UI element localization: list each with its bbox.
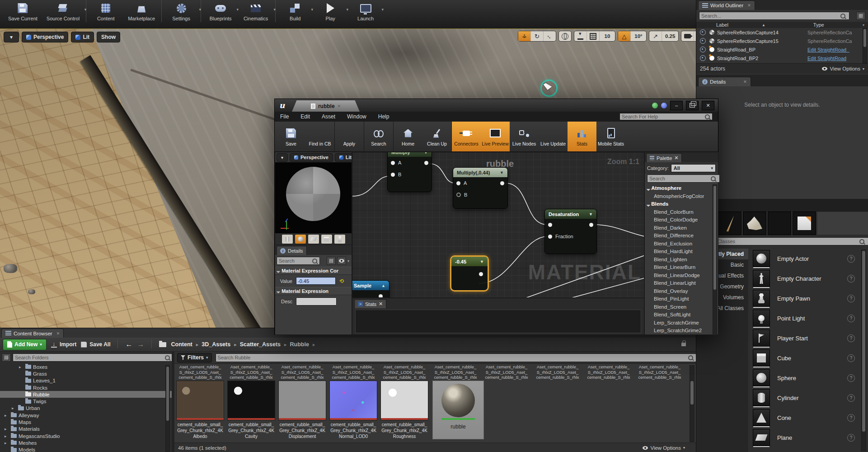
preview-shape-plane[interactable] [308, 234, 319, 244]
perspective-button[interactable]: Perspective [22, 32, 68, 42]
place-item-row[interactable]: Player Start ? [748, 328, 861, 348]
folder-tree-row[interactable]: ▸ Materials [0, 426, 172, 433]
material-toolbar-button[interactable]: Live Update [539, 122, 568, 151]
input-pin-a[interactable] [456, 181, 460, 185]
place-item-row[interactable]: Sphere ? [748, 368, 861, 388]
preview-perspective-button[interactable]: Perspective [290, 153, 333, 162]
tab-world-outliner[interactable]: World Outliner ✕ [698, 0, 755, 10]
visibility-eye-icon[interactable] [700, 55, 706, 61]
tab-palette[interactable]: Palette ✕ [646, 153, 682, 162]
expand-arrow-icon[interactable]: ▸ [19, 365, 23, 369]
back-button[interactable]: ← [125, 340, 132, 348]
outliner-row[interactable]: StraightRoad_BP2 Edit StraightRoad [696, 54, 868, 62]
menu-item[interactable]: File [280, 113, 289, 120]
palette-entry[interactable]: Blend_PinLight [645, 295, 718, 303]
maximize-button[interactable] [686, 101, 699, 110]
help-question-icon[interactable]: ? [847, 255, 855, 263]
help-question-icon[interactable]: ? [847, 275, 855, 282]
type-filter-icon[interactable]: ▾ [863, 23, 864, 27]
scrolled-label-column[interactable]: Aset_cement_rubble_S_rhlxZ_LOD5_Aset_cem… [534, 364, 582, 380]
output-pin[interactable] [424, 161, 428, 165]
expand-arrow-icon[interactable]: ▸ [5, 441, 9, 445]
help-question-icon[interactable]: ? [847, 354, 855, 362]
input-pin-b[interactable] [456, 193, 461, 197]
place-item-row[interactable]: Empty Character ? [748, 268, 861, 288]
toolbar-button[interactable]: ▾ Play [313, 0, 348, 22]
asset-search-input[interactable] [216, 353, 696, 362]
close-icon[interactable]: ✕ [338, 104, 341, 108]
palette-entry[interactable]: Atmosphere [645, 184, 718, 193]
asset-tile[interactable]: cement_rubble_small_Grey_Chunk_rhlxZ_4KC… [227, 381, 275, 439]
minimize-button[interactable]: – [670, 101, 683, 110]
material-toolbar-button[interactable]: Home [394, 122, 422, 151]
node-multiply-1[interactable]: Multiply▼ A B [387, 152, 432, 192]
asset-tile[interactable]: cement_rubble_small_Grey_Chunk_rhlxZ_4KD… [278, 381, 326, 439]
palette-entry[interactable]: Lerp_ScratchGrime [645, 319, 718, 327]
scale-snap-button[interactable]: ↗ [649, 31, 662, 41]
help-question-icon[interactable]: ? [847, 434, 855, 442]
material-graph-canvas[interactable]: rubble Zoom 1:1 MATERIAL Multiply▼ A B M… [352, 152, 644, 298]
tree-scrollbar[interactable] [165, 365, 170, 452]
save-all-button[interactable]: Save All [81, 341, 110, 348]
menu-item[interactable]: Help [378, 113, 389, 120]
window-titlebar[interactable]: u rubble ✕ – ✕ [275, 99, 718, 112]
close-window-button[interactable]: ✕ [702, 101, 714, 110]
expand-arrow-icon[interactable]: ▸ [5, 427, 9, 431]
palette-entry[interactable]: Blend_Screen [645, 303, 718, 311]
lit-mode-button[interactable]: Lit [71, 32, 94, 42]
lock-icon[interactable] [681, 343, 686, 346]
breadcrumb-item[interactable]: 3D_Assets [202, 341, 236, 348]
scrolled-label-column[interactable]: Aset_cement_rubble_S_rhlxZ_LOD5_Aset_cem… [329, 364, 377, 380]
menu-item[interactable]: Asset [322, 113, 335, 120]
palette-entry[interactable]: Blends [645, 200, 718, 208]
value-input[interactable] [296, 277, 336, 285]
place-item-row[interactable]: Point Light ? [748, 308, 861, 328]
world-local-toggle[interactable] [559, 31, 571, 41]
material-toolbar-button[interactable]: Live Preview [481, 122, 510, 151]
palette-entry[interactable]: Blend_LinearLight [645, 279, 718, 287]
place-item-row[interactable]: Plane ? [748, 428, 861, 447]
palette-entry[interactable]: Blend_Overlay [645, 287, 718, 296]
material-toolbar-button[interactable]: Save [277, 122, 305, 151]
folder-tree-row[interactable]: ▸ MegascansStudio [0, 433, 172, 439]
filters-button[interactable]: Filters ▾ [177, 353, 212, 363]
scale-snap-value[interactable]: 0.25 [662, 31, 678, 41]
menu-item[interactable]: Window [347, 113, 366, 120]
folder-tree-row[interactable]: ▸ Leaves_1 [0, 377, 172, 384]
outliner-row[interactable]: SphereReflectionCapture15 SphereReflecti… [696, 37, 868, 45]
toolbar-button[interactable]: ▾ Launch [348, 0, 383, 22]
preview-options-button[interactable]: ▾ [277, 153, 288, 162]
collapse-sources-button[interactable] [2, 353, 11, 362]
place-item-row[interactable]: Cone ? [748, 408, 861, 428]
node-multiply-2[interactable]: Multiply(,0.44)▼ A B [453, 167, 508, 209]
palette-entry[interactable]: Blend_LinearBurn [645, 264, 718, 272]
toolbar-button[interactable]: ▾ Source Control [42, 0, 86, 22]
section-header-constant[interactable]: Material Expression Cor [275, 267, 352, 275]
expand-arrow-icon[interactable]: ▸ [5, 434, 9, 438]
breadcrumb-item[interactable]: Rubble [290, 341, 315, 348]
import-button[interactable]: Import [51, 341, 76, 348]
outliner-view-options[interactable]: View Options ▾ [822, 66, 864, 71]
material-toolbar-button[interactable]: Connectors [452, 122, 481, 151]
palette-entry[interactable]: Blend_Darken [645, 224, 718, 232]
brush-thumb-grass[interactable] [718, 212, 741, 235]
toolbar-button[interactable]: ▾ Blueprints [203, 0, 238, 22]
visibility-eye-icon[interactable] [700, 29, 706, 35]
output-pin[interactable] [379, 294, 383, 298]
outliner-filter-button[interactable] [856, 12, 865, 20]
grid-snap-value[interactable]: 10 [600, 31, 615, 41]
folder-search-input[interactable] [13, 353, 173, 362]
menu-item[interactable]: Edit [300, 113, 310, 120]
help-search-input[interactable] [619, 113, 713, 120]
outliner-row[interactable]: SphereReflectionCapture14 SphereReflecti… [696, 28, 868, 37]
help-question-icon[interactable]: ? [847, 394, 855, 402]
show-button[interactable]: Show [97, 32, 120, 42]
scrolled-label-column[interactable]: Aset_cement_rubble_S_rhlxZ_LOD5_Aset_cem… [278, 364, 326, 380]
palette-entry[interactable]: Blend_Difference [645, 232, 718, 240]
input-pin-a[interactable] [391, 161, 395, 165]
visibility-eye-icon[interactable] [700, 38, 706, 44]
place-item-row[interactable]: Empty Actor ? [748, 249, 861, 268]
material-toolbar-button[interactable]: Mobile Stats [596, 122, 625, 151]
forward-button[interactable]: → [137, 340, 144, 348]
node-sample[interactable]: Sample▲ [352, 280, 389, 298]
